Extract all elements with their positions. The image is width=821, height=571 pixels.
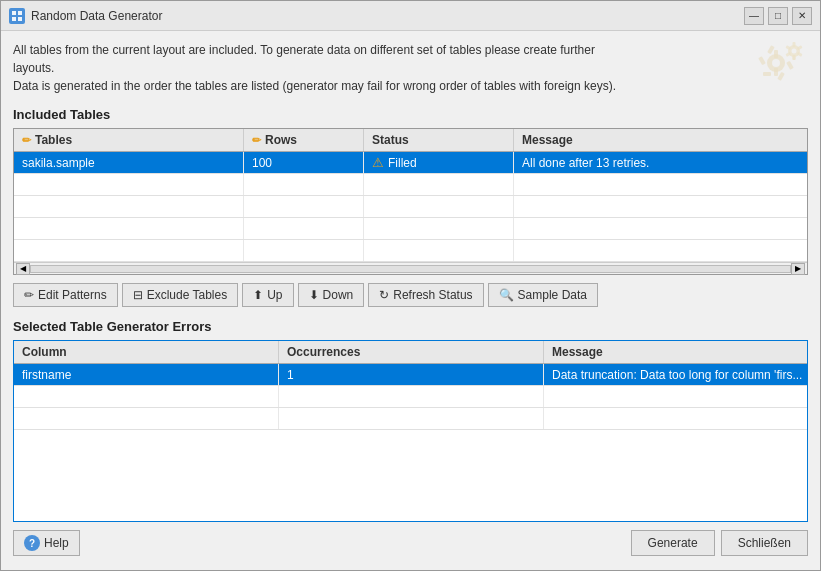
svg-rect-7 bbox=[774, 68, 778, 76]
th-err-column: Column bbox=[14, 341, 279, 363]
td-err-occurrences: 1 bbox=[279, 364, 544, 385]
td-err-occurrences bbox=[279, 408, 544, 429]
td-status: ⚠ Filled bbox=[364, 152, 514, 173]
table-row[interactable] bbox=[14, 218, 807, 240]
th-err-message: Message bbox=[544, 341, 807, 363]
info-section: All tables from the current layout are i… bbox=[13, 41, 808, 95]
gears-icon bbox=[748, 41, 808, 91]
minimize-button[interactable]: — bbox=[744, 7, 764, 25]
pencil-icon-tables: ✏ bbox=[22, 134, 31, 147]
errors-section-label: Selected Table Generator Errors bbox=[13, 319, 808, 334]
td-status bbox=[364, 240, 514, 261]
errors-table-body: firstname 1 Data truncation: Data too lo… bbox=[14, 364, 807, 430]
td-err-message bbox=[544, 386, 807, 407]
warning-icon: ⚠ bbox=[372, 155, 384, 170]
up-icon: ⬆ bbox=[253, 288, 263, 302]
refresh-icon: ↻ bbox=[379, 288, 389, 302]
content-area: All tables from the current layout are i… bbox=[1, 31, 820, 570]
window-controls: — □ ✕ bbox=[744, 7, 812, 25]
pencil-icon-rows: ✏ bbox=[252, 134, 261, 147]
td-rows bbox=[244, 240, 364, 261]
table-row[interactable] bbox=[14, 174, 807, 196]
svg-rect-12 bbox=[767, 45, 774, 54]
footer-right: Generate Schließen bbox=[631, 530, 808, 556]
td-rows bbox=[244, 218, 364, 239]
table-row[interactable] bbox=[14, 196, 807, 218]
th-rows: ✏ Rows bbox=[244, 129, 364, 151]
td-err-column bbox=[14, 386, 279, 407]
td-rows bbox=[244, 196, 364, 217]
td-message bbox=[514, 196, 807, 217]
help-circle-icon: ? bbox=[24, 535, 40, 551]
included-tables-header: ✏ Tables ✏ Rows Status Message bbox=[14, 129, 807, 152]
help-button[interactable]: ? Help bbox=[13, 530, 80, 556]
included-tables-label: Included Tables bbox=[13, 107, 808, 122]
td-status bbox=[364, 174, 514, 195]
sample-data-button[interactable]: 🔍Sample Data bbox=[488, 283, 598, 307]
titlebar: Random Data Generator — □ ✕ bbox=[1, 1, 820, 31]
generate-button[interactable]: Generate bbox=[631, 530, 715, 556]
td-tables bbox=[14, 196, 244, 217]
included-tables-container: ✏ Tables ✏ Rows Status Message sakila.sa… bbox=[13, 128, 808, 275]
info-text: All tables from the current layout are i… bbox=[13, 41, 748, 95]
close-button[interactable]: ✕ bbox=[792, 7, 812, 25]
down-icon: ⬇ bbox=[309, 288, 319, 302]
td-err-column: firstname bbox=[14, 364, 279, 385]
th-tables: ✏ Tables bbox=[14, 129, 244, 151]
td-tables bbox=[14, 240, 244, 261]
refresh-status-button[interactable]: ↻Refresh Status bbox=[368, 283, 483, 307]
svg-rect-10 bbox=[763, 72, 771, 76]
scroll-left-arrow[interactable]: ◀ bbox=[16, 263, 30, 275]
close-dialog-button[interactable]: Schließen bbox=[721, 530, 808, 556]
th-err-occurrences: Occurrences bbox=[279, 341, 544, 363]
svg-rect-19 bbox=[793, 55, 796, 60]
td-err-column bbox=[14, 408, 279, 429]
td-tables bbox=[14, 218, 244, 239]
svg-rect-11 bbox=[758, 56, 765, 65]
errors-table-header: Column Occurrences Message bbox=[14, 341, 807, 364]
main-window: Random Data Generator — □ ✕ All tables f… bbox=[0, 0, 821, 571]
td-status bbox=[364, 218, 514, 239]
td-rows bbox=[244, 174, 364, 195]
horizontal-scrollbar[interactable]: ◀ ▶ bbox=[14, 262, 807, 274]
edit-patterns-button[interactable]: ✏Edit Patterns bbox=[13, 283, 118, 307]
table-row[interactable]: sakila.sample 100 ⚠ Filled All done afte… bbox=[14, 152, 807, 174]
svg-rect-2 bbox=[12, 17, 16, 21]
svg-rect-0 bbox=[12, 11, 16, 15]
window-title: Random Data Generator bbox=[31, 9, 744, 23]
td-err-message bbox=[544, 408, 807, 429]
td-err-occurrences bbox=[279, 386, 544, 407]
maximize-button[interactable]: □ bbox=[768, 7, 788, 25]
th-status: Status bbox=[364, 129, 514, 151]
exclude-tables-button[interactable]: ⊟Exclude Tables bbox=[122, 283, 239, 307]
table-row[interactable] bbox=[14, 240, 807, 262]
svg-rect-1 bbox=[18, 11, 22, 15]
errors-section: Selected Table Generator Errors Column O… bbox=[13, 319, 808, 522]
app-icon bbox=[9, 8, 25, 24]
td-tables: sakila.sample bbox=[14, 152, 244, 173]
svg-rect-15 bbox=[793, 42, 796, 47]
included-tables-body: sakila.sample 100 ⚠ Filled All done afte… bbox=[14, 152, 807, 262]
th-message: Message bbox=[514, 129, 807, 151]
td-message bbox=[514, 174, 807, 195]
error-row[interactable] bbox=[14, 408, 807, 430]
footer-left: ? Help bbox=[13, 530, 80, 556]
td-tables bbox=[14, 174, 244, 195]
footer: ? Help Generate Schließen bbox=[13, 522, 808, 560]
action-toolbar: ✏Edit Patterns⊟Exclude Tables⬆Up⬇Down↻Re… bbox=[13, 275, 808, 315]
td-err-message: Data truncation: Data too long for colum… bbox=[544, 364, 807, 385]
error-row[interactable] bbox=[14, 386, 807, 408]
svg-rect-8 bbox=[786, 61, 793, 70]
scroll-right-arrow[interactable]: ▶ bbox=[791, 263, 805, 275]
td-message bbox=[514, 240, 807, 261]
pencil-icon: ✏ bbox=[24, 288, 34, 302]
td-message bbox=[514, 218, 807, 239]
svg-rect-9 bbox=[777, 72, 784, 81]
td-message: All done after 13 retries. bbox=[514, 152, 807, 173]
svg-rect-3 bbox=[18, 17, 22, 21]
up-button[interactable]: ⬆Up bbox=[242, 283, 293, 307]
error-row[interactable]: firstname 1 Data truncation: Data too lo… bbox=[14, 364, 807, 386]
down-button[interactable]: ⬇Down bbox=[298, 283, 365, 307]
errors-table-container: Column Occurrences Message firstname 1 D… bbox=[13, 340, 808, 522]
scroll-track[interactable] bbox=[30, 265, 791, 273]
